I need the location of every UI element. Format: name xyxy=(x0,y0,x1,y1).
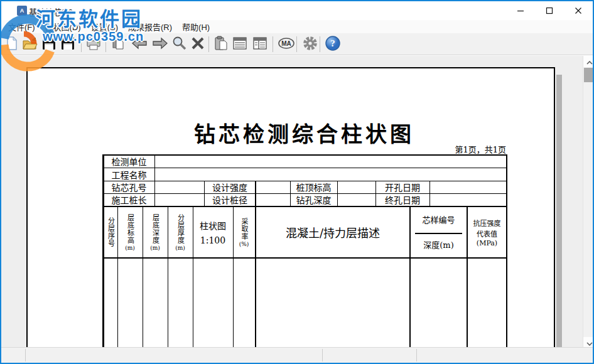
open-file-button[interactable] xyxy=(21,36,38,53)
info-label-inspection-unit: 检测单位 xyxy=(104,155,154,168)
vertical-scrollbar[interactable] xyxy=(583,56,594,348)
toolbar-separator xyxy=(105,36,106,52)
menu-file[interactable]: 文件(F) xyxy=(3,19,40,34)
close-button[interactable] xyxy=(564,1,593,20)
col-header-layer-thickness: 分层厚度(m) xyxy=(168,208,193,257)
statusbar-divider xyxy=(25,349,26,361)
minimize-button[interactable] xyxy=(506,1,535,20)
save-as-floppy-icon xyxy=(60,36,75,53)
report-list-icon xyxy=(232,36,247,53)
report-columns-icon xyxy=(252,36,267,53)
open-folder-icon xyxy=(22,36,38,53)
info-label-project-name: 工程名称 xyxy=(104,168,154,181)
close-icon xyxy=(575,7,582,14)
document-viewer: 钻芯检测综合柱状图 第1页，共1页 xyxy=(1,56,594,348)
col-header-columnar-diagram: 柱状图 1:100 xyxy=(193,208,233,257)
x-icon xyxy=(190,36,205,53)
toolbar-separator xyxy=(81,36,82,52)
window-title: 基桩钻芯2.0 xyxy=(29,6,73,18)
ma-oval-icon: MA xyxy=(278,36,295,53)
toolbar-separator xyxy=(208,36,209,52)
statusbar xyxy=(1,347,593,363)
svg-text:MA: MA xyxy=(281,40,291,47)
info-label-pile-top-elev: 桩顶标高 xyxy=(290,181,337,193)
printer-icon xyxy=(85,36,102,53)
forward-button[interactable] xyxy=(151,36,168,53)
titlebar: A 基桩钻芯2.0 xyxy=(1,1,593,20)
settings-button[interactable] xyxy=(301,36,318,53)
report-list-button[interactable] xyxy=(231,36,248,53)
info-label-design-strength: 设计强度 xyxy=(204,181,256,193)
statusbar-divider xyxy=(416,349,417,361)
save-as-button[interactable] xyxy=(59,36,76,53)
col-header-bottom-elevation: 层底标高(m) xyxy=(117,208,143,257)
col-header-depth: 深度(m) xyxy=(411,238,467,250)
menu-result-report[interactable]: 成果报告(R) xyxy=(123,19,177,34)
chevron-up-icon xyxy=(586,56,593,67)
page-number-label: 第1页，共1页 xyxy=(381,143,506,155)
menubar: 文件(F) 柱状图(D) 设置(S) 成果报告(R) 帮助(H) xyxy=(1,20,593,33)
menu-columnar-diagram[interactable]: 柱状图(D) xyxy=(40,19,86,34)
scroll-up-button[interactable] xyxy=(583,56,594,67)
copy-page-icon xyxy=(111,36,126,53)
paste-button[interactable] xyxy=(212,36,229,53)
col-header-recovery-rate: 采取率(%) xyxy=(233,208,255,257)
minimize-icon xyxy=(517,7,524,14)
magnifier-icon xyxy=(171,36,186,53)
menu-settings[interactable]: 设置(S) xyxy=(86,19,123,34)
statusbar-divider xyxy=(322,349,323,361)
zoom-button[interactable] xyxy=(170,36,187,53)
maximize-icon xyxy=(546,7,553,14)
app-icon: A xyxy=(17,6,27,16)
report-columns-button[interactable] xyxy=(251,36,268,53)
ma-stamp-button[interactable]: MA xyxy=(278,36,294,53)
info-label-end-date: 终孔日期 xyxy=(375,193,429,206)
gear-icon xyxy=(303,36,318,53)
save-floppy-icon xyxy=(41,36,57,53)
page-shadow xyxy=(556,75,562,348)
col-header-concrete-description: 混凝土/持力层描述 xyxy=(256,208,409,257)
delete-button[interactable] xyxy=(189,36,206,53)
back-arrow-icon xyxy=(131,36,148,53)
print-button[interactable] xyxy=(85,36,102,53)
back-button[interactable] xyxy=(131,36,148,53)
toolbar-separator xyxy=(320,36,320,52)
document-page: 钻芯检测综合柱状图 第1页，共1页 xyxy=(26,67,555,348)
col-header-compressive-strength: 抗压强度 代表值 (MPa) xyxy=(468,208,506,257)
col-header-core-sample-no: 芯样编号 xyxy=(411,213,467,225)
info-label-pile-length: 施工桩长 xyxy=(104,193,154,206)
copy-page-button[interactable] xyxy=(109,36,126,53)
col-header-bottom-depth: 层底深度(m) xyxy=(143,208,168,257)
info-label-drill-depth: 钻孔深度 xyxy=(290,193,337,206)
col-header-layer-no: 分层序号 xyxy=(104,208,117,257)
clipboard-icon xyxy=(213,36,229,53)
help-icon: ? xyxy=(325,35,341,54)
info-label-core-hole-no: 钻芯孔号 xyxy=(104,181,154,193)
window-controls xyxy=(506,1,593,20)
fraction-line xyxy=(415,233,462,234)
forward-arrow-icon xyxy=(152,36,168,53)
info-label-open-date: 开孔日期 xyxy=(375,181,429,193)
toolbar-separator xyxy=(296,36,297,52)
toolbar: MA ? xyxy=(1,33,593,55)
new-document-icon xyxy=(4,36,19,53)
new-document-button[interactable] xyxy=(3,36,20,53)
app-window: A 基桩钻芯2.0 文件(F) 柱状图(D) 设置(S) 成果 xyxy=(0,0,594,364)
info-label-design-diameter: 设计桩径 xyxy=(204,193,256,206)
toolbar-separator xyxy=(273,36,273,52)
svg-text:?: ? xyxy=(330,38,335,48)
scrollbar-thumb[interactable] xyxy=(584,68,594,82)
maximize-button[interactable] xyxy=(535,1,564,20)
menu-help[interactable]: 帮助(H) xyxy=(177,19,215,34)
help-button[interactable]: ? xyxy=(324,36,341,53)
save-button[interactable] xyxy=(40,36,57,53)
